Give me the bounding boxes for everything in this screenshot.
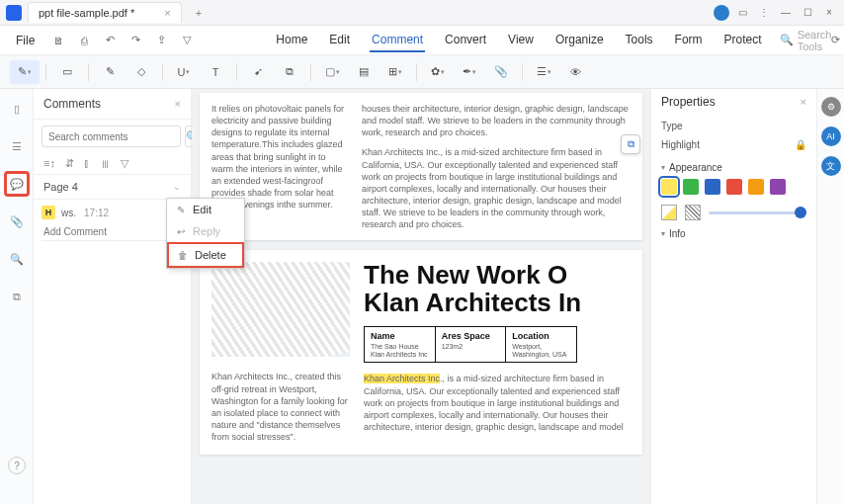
search-icon: 🔍: [780, 34, 794, 46]
maximize-button[interactable]: ☐: [799, 4, 816, 22]
print-icon[interactable]: ⎙: [76, 33, 92, 48]
filter-group-icon[interactable]: ⫿: [84, 157, 90, 170]
menu-edit[interactable]: ✎Edit: [167, 199, 244, 220]
appearance-section[interactable]: Appearance: [661, 162, 806, 173]
comments-list-tool[interactable]: ☰▾: [529, 60, 558, 84]
tab-convert[interactable]: Convert: [443, 29, 488, 52]
document-viewport[interactable]: ⧉ It relies on photovoltaic panels for e…: [192, 89, 650, 504]
close-panel-icon[interactable]: ×: [175, 98, 181, 110]
pencil-tool[interactable]: ✎: [95, 60, 125, 84]
lock-icon[interactable]: 🔒: [795, 139, 806, 150]
opacity-pattern[interactable]: [685, 205, 701, 220]
info-name-value: The Sao House Klan Architects Inc: [371, 343, 429, 358]
close-tab-icon[interactable]: ×: [164, 7, 170, 19]
signature-tool[interactable]: ✒▾: [455, 60, 484, 84]
chat-icon[interactable]: ▭: [733, 4, 751, 22]
properties-panel: Properties × Type Highlight 🔒 Appearance: [650, 89, 816, 504]
minimize-button[interactable]: —: [777, 4, 795, 22]
measure-tool[interactable]: ⊞▾: [380, 60, 410, 84]
settings-icon[interactable]: ⚙: [821, 97, 841, 117]
reply-icon: ↩: [175, 226, 187, 237]
page-group[interactable]: Page 4 ⌄: [34, 174, 191, 200]
tab-title: ppt file-sample.pdf *: [39, 7, 134, 19]
fill-color-picker[interactable]: [661, 205, 677, 220]
comment-user: ws.: [61, 208, 76, 218]
close-properties-icon[interactable]: ×: [801, 96, 806, 108]
info-name-label: Name: [371, 331, 429, 341]
info-section[interactable]: Info: [661, 228, 806, 239]
textbox-tool[interactable]: T: [201, 60, 230, 84]
new-tab-button[interactable]: +: [190, 5, 208, 21]
translate-icon[interactable]: 文: [821, 156, 841, 176]
page-label: Page 4: [43, 181, 78, 193]
swatch-blue[interactable]: [705, 179, 720, 195]
document-tab[interactable]: ppt file-sample.pdf * ×: [28, 2, 182, 23]
undo-icon[interactable]: ↶: [102, 33, 118, 48]
highlighted-text[interactable]: Khan Architects Inc: [364, 374, 440, 383]
type-value: Highlight: [661, 139, 700, 150]
attachment-tool[interactable]: 📎: [486, 60, 516, 84]
comment-toolbar: ✎▾ ▭ ✎ ◇ U▾ T ➹ ⧉ ▢▾ ▤ ⊞▾ ✿▾ ✒▾ 📎 ☰▾ 👁: [0, 55, 844, 89]
shape-tool[interactable]: ▢▾: [317, 60, 347, 84]
share-icon[interactable]: ⇪: [153, 33, 169, 48]
tab-comment[interactable]: Comment: [370, 29, 425, 52]
tab-tools[interactable]: Tools: [624, 29, 655, 52]
filter-sort-icon[interactable]: ≡↕: [43, 157, 55, 170]
sync-icon[interactable]: ⟳: [831, 34, 840, 46]
eraser-tool[interactable]: ◇: [127, 60, 156, 84]
edit-icon: ✎: [175, 205, 187, 215]
area-highlight-tool[interactable]: ▭: [52, 60, 82, 84]
tab-form[interactable]: Form: [673, 29, 705, 52]
page-top: It relies on photovoltaic panels for ele…: [200, 93, 642, 240]
search-tools[interactable]: 🔍 Search Tools: [780, 29, 832, 52]
tab-view[interactable]: View: [506, 29, 536, 52]
redo-icon[interactable]: ↷: [127, 33, 143, 48]
tab-home[interactable]: Home: [274, 29, 309, 52]
save-icon[interactable]: 🗎: [50, 33, 66, 48]
tab-edit[interactable]: Edit: [327, 29, 352, 52]
highlight-badge: H: [42, 206, 55, 219]
properties-title: Properties: [661, 95, 716, 109]
stamp-tool[interactable]: ✿▾: [423, 60, 453, 84]
note-tool[interactable]: ▤: [349, 60, 379, 84]
attachments-icon[interactable]: 📎: [5, 210, 29, 233]
search-comments-input[interactable]: [42, 126, 181, 147]
bookmarks-icon[interactable]: ☰: [5, 134, 29, 158]
swatch-purple[interactable]: [770, 179, 786, 195]
tab-protect[interactable]: Protect: [722, 29, 764, 52]
menu-delete[interactable]: 🗑Delete: [167, 242, 244, 268]
underline-tool[interactable]: U▾: [169, 60, 199, 84]
opacity-slider[interactable]: [709, 211, 806, 214]
layers-icon[interactable]: ⧉: [5, 285, 29, 308]
help-icon[interactable]: ?: [8, 457, 26, 474]
swatch-red[interactable]: [726, 179, 742, 195]
comments-title: Comments: [43, 97, 101, 111]
info-box: NameThe Sao House Klan Architects Inc Ar…: [364, 326, 577, 363]
tab-organize[interactable]: Organize: [553, 29, 606, 52]
user-avatar[interactable]: [714, 5, 729, 21]
add-comment-input[interactable]: [42, 223, 183, 241]
callout-tool[interactable]: ➹: [243, 60, 273, 84]
brush-icon[interactable]: ▽: [179, 33, 195, 48]
floating-copy-icon[interactable]: ⧉: [621, 134, 640, 154]
hide-comments-tool[interactable]: 👁: [560, 60, 590, 84]
comments-tab-icon[interactable]: 💬: [5, 172, 29, 196]
more-icon[interactable]: ⋮: [755, 4, 773, 22]
menu-delete-label: Delete: [195, 249, 226, 261]
filter-funnel-icon[interactable]: ▽: [121, 157, 128, 170]
body-text: houses their architecture, interior desi…: [362, 103, 631, 138]
type-label: Type: [661, 121, 683, 131]
search-panel-icon[interactable]: 🔍: [5, 247, 29, 271]
text-callout-tool[interactable]: ⧉: [275, 60, 304, 84]
filter-expand-icon[interactable]: ⇵: [65, 157, 74, 170]
swatch-yellow[interactable]: [661, 179, 677, 195]
swatch-green[interactable]: [683, 179, 699, 195]
filter-list-icon[interactable]: ⫼: [100, 157, 111, 170]
swatch-orange[interactable]: [748, 179, 764, 195]
file-menu[interactable]: File: [8, 30, 42, 51]
ai-icon[interactable]: AI: [821, 126, 841, 146]
context-menu: ✎Edit ↩Reply 🗑Delete: [166, 198, 245, 269]
thumbnails-icon[interactable]: ▯: [5, 97, 29, 121]
highlight-tool[interactable]: ✎▾: [10, 60, 40, 84]
close-window-button[interactable]: ×: [820, 4, 838, 22]
